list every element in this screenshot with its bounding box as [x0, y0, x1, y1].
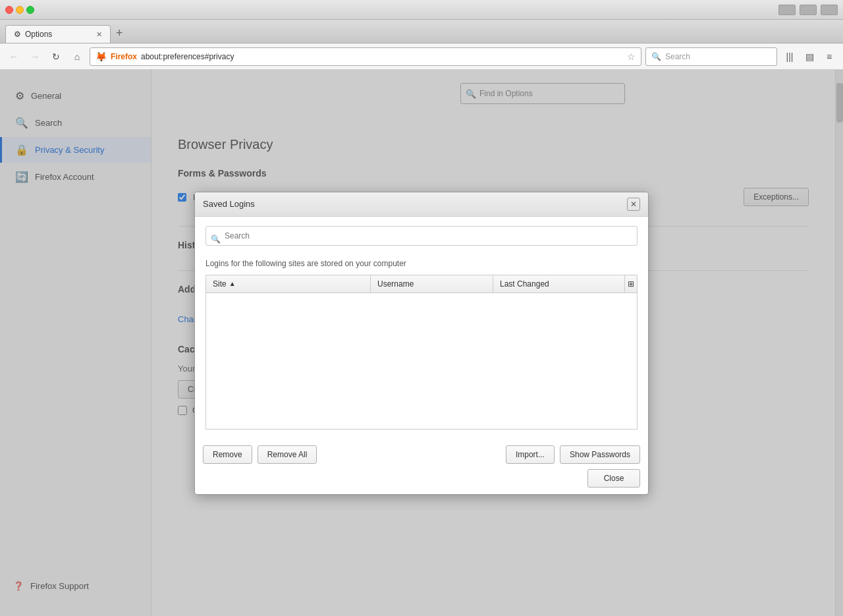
- th-username[interactable]: Username: [371, 275, 493, 293]
- browser-content: ⚙ General 🔍 Search 🔒 Privacy & Security …: [0, 70, 843, 616]
- remove-button[interactable]: Remove: [203, 445, 252, 464]
- dialog-title: Saved Logins: [203, 199, 255, 209]
- saved-logins-dialog: Saved Logins ✕ 🔍 Logins for the followin…: [194, 192, 649, 495]
- bookmarks-icon[interactable]: |||: [781, 48, 798, 65]
- reading-list-icon[interactable]: ▤: [801, 48, 818, 65]
- dialog-title-bar: Saved Logins ✕: [195, 192, 648, 217]
- th-site[interactable]: Site ▲: [206, 275, 371, 293]
- search-icon: 🔍: [651, 52, 661, 61]
- sort-arrow-icon: ▲: [229, 280, 236, 287]
- remove-all-button[interactable]: Remove All: [258, 445, 317, 464]
- dialog-footer-actions: Remove Remove All Import... Show Passwor…: [203, 445, 640, 464]
- dialog-search-icon: 🔍: [211, 235, 221, 244]
- dialog-search-input[interactable]: [205, 226, 638, 246]
- nav-bar: ← → ↻ ⌂ 🦊 Firefox about:preferences#priv…: [0, 43, 843, 70]
- search-placeholder-text: Search: [665, 52, 771, 61]
- home-button[interactable]: ⌂: [68, 48, 86, 65]
- dialog-close-button[interactable]: ✕: [627, 198, 640, 211]
- tab-close-button[interactable]: ✕: [96, 30, 102, 39]
- menu-icon[interactable]: ≡: [821, 48, 838, 65]
- tab-bar: ⚙ Options ✕ +: [0, 20, 843, 43]
- nav-icons: ||| ▤ ≡: [781, 48, 838, 65]
- th-last-changed-label: Last Changed: [500, 279, 549, 289]
- dialog-search-wrap: 🔍: [205, 226, 638, 252]
- th-site-label: Site: [213, 279, 227, 289]
- firefox-label: Firefox: [111, 52, 137, 61]
- tab-title: Options: [25, 30, 52, 39]
- reload-button[interactable]: ↻: [47, 48, 65, 65]
- table-header: Site ▲ Username Last Changed ⊞: [206, 275, 637, 293]
- tab-icon: ⚙: [14, 30, 21, 39]
- address-bar[interactable]: 🦊 Firefox about:preferences#privacy ☆: [90, 47, 641, 66]
- th-username-label: Username: [377, 279, 414, 289]
- dialog-footer-close-row: Close: [203, 469, 640, 488]
- options-tab[interactable]: ⚙ Options ✕: [5, 25, 111, 43]
- firefox-logo-icon: 🦊: [95, 51, 107, 62]
- forward-button[interactable]: →: [26, 48, 43, 65]
- dialog-info-text: Logins for the following sites are store…: [205, 259, 638, 268]
- th-last-changed[interactable]: Last Changed: [493, 275, 625, 293]
- bookmark-star-icon[interactable]: ☆: [627, 51, 636, 62]
- title-bar: [0, 0, 843, 20]
- close-button[interactable]: Close: [587, 469, 640, 488]
- dialog-body: 🔍 Logins for the following sites are sto…: [195, 217, 648, 439]
- new-tab-button[interactable]: +: [113, 24, 126, 43]
- th-options[interactable]: ⊞: [625, 275, 637, 293]
- address-text: about:preferences#privacy: [141, 52, 623, 61]
- dialog-footer: Remove Remove All Import... Show Passwor…: [195, 439, 648, 494]
- logins-table: Site ▲ Username Last Changed ⊞: [205, 275, 638, 430]
- import-button[interactable]: Import...: [506, 445, 555, 464]
- table-body: [206, 293, 637, 412]
- search-bar[interactable]: 🔍 Search: [645, 47, 777, 66]
- modal-overlay: Saved Logins ✕ 🔍 Logins for the followin…: [0, 70, 843, 616]
- back-button[interactable]: ←: [5, 48, 22, 65]
- show-passwords-button[interactable]: Show Passwords: [560, 445, 640, 464]
